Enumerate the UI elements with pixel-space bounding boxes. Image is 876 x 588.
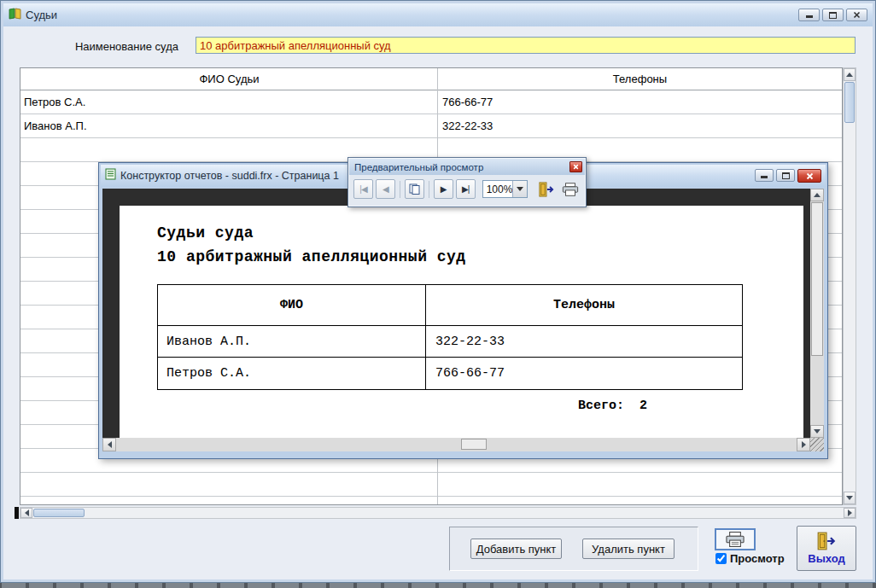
main-window-title: Судьи xyxy=(26,9,798,21)
report-row: Иванов А.П. 322-22-33 xyxy=(158,326,742,358)
toolbar-exit-button[interactable] xyxy=(535,179,557,199)
preview-checkbox-label: Просмотр xyxy=(730,552,785,565)
grid-horizontal-scrollbar[interactable] xyxy=(20,507,856,519)
report-page: Судьи суда 10 арбитражный апелляционный … xyxy=(120,206,803,438)
report-total: Всего: 2 xyxy=(578,399,647,413)
zoom-combobox[interactable]: 100% xyxy=(482,180,529,198)
close-button[interactable] xyxy=(846,9,867,21)
exit-button-label: Выход xyxy=(808,552,844,565)
printer-icon xyxy=(562,183,579,196)
door-exit-icon xyxy=(538,182,555,197)
report-horizontal-scrollbar[interactable] xyxy=(102,438,810,451)
preview-toolbar: Предварительный просмотр |◀ ◀ ▶ ▶| 100% xyxy=(347,157,587,207)
scroll-left-button[interactable] xyxy=(102,438,116,451)
report-backdrop: Судьи суда 10 арбитражный апелляционный … xyxy=(102,189,824,451)
zoom-dropdown-button[interactable] xyxy=(512,181,527,197)
delete-item-button[interactable]: Удалить пункт xyxy=(582,539,675,559)
grid-empty-row xyxy=(20,473,842,497)
toolbar-body: |◀ ◀ ▶ ▶| 100% xyxy=(348,175,586,199)
next-page-icon: ▶ xyxy=(441,184,447,194)
zoom-value: 100% xyxy=(483,181,513,197)
grid-position-marker xyxy=(15,507,19,519)
prev-page-icon: ◀ xyxy=(383,184,388,194)
grid-cell-phones: 322-22-33 xyxy=(438,119,842,132)
nav-last-button[interactable]: ▶| xyxy=(456,179,476,199)
arrow-left-icon xyxy=(108,441,112,448)
report-cell-phones: 766-66-77 xyxy=(426,358,742,389)
court-name-label: Наименование суда xyxy=(26,40,178,53)
scroll-down-button[interactable] xyxy=(844,492,856,504)
screen: Судьи Наименование суда ФИО Судьи Телефо… xyxy=(0,0,876,588)
arrow-down-icon xyxy=(814,429,821,434)
nav-first-button[interactable]: |◀ xyxy=(353,179,373,199)
minimize-icon xyxy=(806,15,813,18)
first-page-icon: |◀ xyxy=(359,184,366,194)
grid-cell-fio: Петров С.А. xyxy=(20,96,438,108)
window-controls xyxy=(798,9,867,21)
scroll-left-button[interactable] xyxy=(20,508,32,518)
court-name-input[interactable] xyxy=(196,37,856,54)
report-close-button[interactable] xyxy=(797,169,821,183)
preview-checkbox[interactable] xyxy=(715,553,727,564)
scroll-thumb[interactable] xyxy=(461,439,487,450)
scroll-up-button[interactable] xyxy=(810,189,824,201)
toolbar-close-button[interactable] xyxy=(569,161,582,172)
page-setup-button[interactable] xyxy=(405,179,424,199)
scroll-up-button[interactable] xyxy=(844,68,856,81)
maximize-icon xyxy=(782,172,790,179)
minimize-icon xyxy=(761,176,768,178)
report-heading-2: 10 арбитражный апелляционный суд xyxy=(157,248,466,265)
printer-icon xyxy=(725,532,745,547)
toolbar-print-button[interactable] xyxy=(559,179,581,199)
grid-column-fio: ФИО Судьи xyxy=(20,68,438,90)
resize-grip[interactable] xyxy=(810,438,824,451)
report-cell-phones: 322-22-33 xyxy=(426,326,742,357)
exit-button[interactable]: Выход xyxy=(797,526,856,571)
report-table-header: ФИО Телефоны xyxy=(158,285,742,326)
scroll-right-button[interactable] xyxy=(797,438,810,451)
scroll-down-button[interactable] xyxy=(810,425,824,438)
close-icon xyxy=(853,11,861,19)
grid-vertical-scrollbar[interactable] xyxy=(843,67,856,505)
nav-prev-button[interactable]: ◀ xyxy=(376,179,395,199)
grid-column-phones: Телефоны xyxy=(438,68,842,90)
arrow-up-icon xyxy=(814,193,821,197)
report-minimize-button[interactable] xyxy=(755,169,774,182)
minimize-button[interactable] xyxy=(798,9,820,21)
nav-next-button[interactable]: ▶ xyxy=(434,179,453,199)
toolbar-separator xyxy=(400,181,400,198)
toolbar-title: Предварительный просмотр xyxy=(354,162,569,172)
grid-cell-fio: Иванов А.П. xyxy=(20,119,438,132)
maximize-icon xyxy=(829,12,837,19)
report-row: Петров С.А. 766-66-77 xyxy=(158,358,742,389)
toolbar-titlebar[interactable]: Предварительный просмотр xyxy=(349,159,585,175)
scroll-right-button[interactable] xyxy=(844,508,856,518)
grid-header: ФИО Судьи Телефоны xyxy=(20,68,842,90)
grid-row[interactable]: Петров С.А. 766-66-77 xyxy=(20,90,842,114)
grid-cell-phones: 766-66-77 xyxy=(438,96,842,108)
grid-row[interactable]: Иванов А.П. 322-22-33 xyxy=(20,114,842,138)
app-icon xyxy=(9,8,21,23)
report-col-phones: Телефоны xyxy=(426,285,742,325)
taskbar-strip xyxy=(0,583,876,588)
arrow-down-icon xyxy=(846,496,853,500)
report-cell-fio: Петров С.А. xyxy=(158,358,426,389)
print-button[interactable] xyxy=(715,528,756,550)
maximize-button[interactable] xyxy=(822,9,844,21)
main-titlebar[interactable]: Судьи xyxy=(3,3,873,26)
scroll-thumb[interactable] xyxy=(844,82,855,123)
close-icon xyxy=(806,172,814,180)
arrow-left-icon xyxy=(25,509,29,516)
report-vertical-scrollbar[interactable] xyxy=(810,189,824,438)
footer-panel: Добавить пункт Удалить пункт xyxy=(449,527,698,571)
report-cell-fio: Иванов А.П. xyxy=(158,326,426,357)
scroll-thumb[interactable] xyxy=(33,509,85,517)
last-page-icon: ▶| xyxy=(462,184,469,194)
scroll-thumb[interactable] xyxy=(811,202,823,356)
pages-icon xyxy=(409,183,420,195)
close-icon xyxy=(573,164,579,170)
chevron-down-icon xyxy=(517,187,523,191)
report-maximize-button[interactable] xyxy=(776,169,795,182)
arrow-right-icon xyxy=(848,509,852,516)
add-item-button[interactable]: Добавить пункт xyxy=(470,539,562,559)
